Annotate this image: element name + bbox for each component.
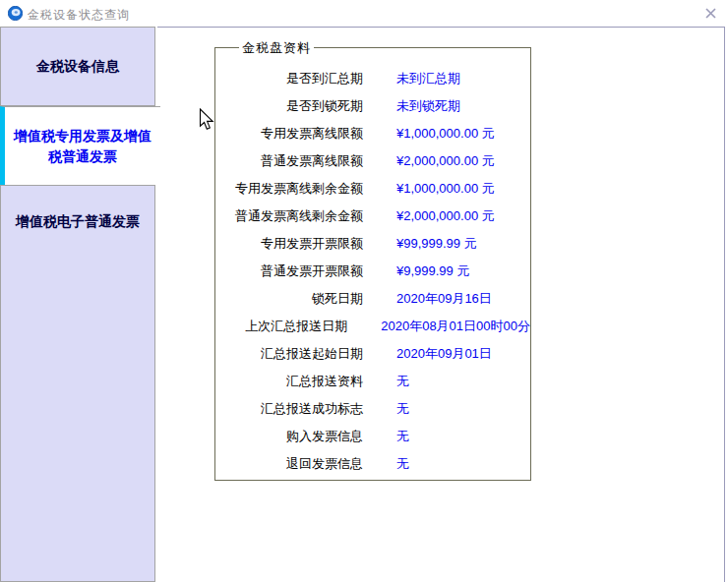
- tax-disk-fieldset: 金税盘资料 是否到汇总期未到汇总期是否到锁死期未到锁死期专用发票离线限额¥1,0…: [214, 47, 531, 481]
- field-label: 汇总报送成功标志: [215, 400, 363, 418]
- info-row: 是否到汇总期未到汇总期: [215, 65, 530, 92]
- field-value: 无: [396, 373, 409, 390]
- field-label: 汇总报送资料: [215, 373, 363, 390]
- info-row: 锁死日期2020年09月16日: [215, 285, 530, 313]
- info-row: 退回发票信息无: [215, 450, 530, 478]
- field-label: 上次汇总报送日期: [215, 318, 347, 335]
- field-label: 专用发票离线限额: [215, 125, 363, 143]
- info-row: 专用发票离线剩余金额¥1,000,000.00 元: [215, 175, 530, 203]
- field-value: 2020年09月01日: [396, 345, 492, 363]
- sidebar-tab-1[interactable]: 增值税专用发票及增值税普通发票: [0, 106, 160, 185]
- field-value: 无: [396, 455, 409, 473]
- field-label: 购入发票信息: [215, 428, 363, 445]
- field-label: 普通发票离线剩余金额: [215, 207, 363, 225]
- golden-tax-status-window: { "window": { "title": "金税设备状态查询" }, "si…: [0, 0, 728, 582]
- info-row: 汇总报送成功标志无: [215, 395, 530, 423]
- info-row: 专用发票离线限额¥1,000,000.00 元: [215, 120, 530, 147]
- field-value: 2020年08月01日00时00分: [381, 318, 530, 335]
- field-value: ¥99,999.99 元: [396, 235, 477, 253]
- field-label: 专用发票开票限额: [215, 235, 363, 253]
- sidebar-tab-0[interactable]: 金税设备信息: [0, 27, 155, 106]
- info-row: 汇总报送资料无: [215, 368, 530, 395]
- field-label: 锁死日期: [215, 290, 363, 308]
- info-row: 上次汇总报送日期2020年08月01日00时00分: [215, 313, 530, 340]
- field-label: 是否到汇总期: [215, 70, 363, 87]
- field-label: 普通发票开票限额: [215, 262, 363, 280]
- field-value: ¥1,000,000.00 元: [396, 125, 495, 143]
- sidebar-tab-2[interactable]: 增值税电子普通发票: [0, 185, 155, 582]
- sidebar-tab-label: 金税设备信息: [8, 56, 148, 77]
- field-value: 未到汇总期: [396, 70, 460, 87]
- field-value: ¥2,000,000.00 元: [396, 152, 495, 170]
- field-label: 是否到锁死期: [215, 97, 363, 115]
- close-button[interactable]: [700, 3, 720, 23]
- fieldset-legend: 金税盘资料: [239, 39, 314, 57]
- field-label: 专用发票离线剩余金额: [215, 180, 363, 198]
- field-label: 汇总报送起始日期: [215, 345, 363, 363]
- info-row: 专用发票开票限额¥99,999.99 元: [215, 230, 530, 258]
- field-label: 退回发票信息: [215, 455, 363, 473]
- info-row: 普通发票离线剩余金额¥2,000,000.00 元: [215, 203, 530, 230]
- sidebar: 金税设备信息增值税专用发票及增值税普通发票增值税电子普通发票: [0, 0, 160, 582]
- field-value: ¥2,000,000.00 元: [396, 207, 495, 225]
- close-icon: [704, 7, 717, 20]
- fieldset-rows: 是否到汇总期未到汇总期是否到锁死期未到锁死期专用发票离线限额¥1,000,000…: [215, 65, 530, 478]
- sidebar-tab-label: 增值税电子普通发票: [8, 211, 148, 232]
- field-value: ¥9,999.99 元: [396, 262, 469, 280]
- field-label: 普通发票离线限额: [215, 152, 363, 170]
- field-value: 无: [396, 400, 409, 418]
- info-row: 是否到锁死期未到锁死期: [215, 92, 530, 120]
- field-value: ¥1,000,000.00 元: [396, 180, 495, 198]
- info-row: 购入发票信息无: [215, 423, 530, 450]
- field-value: 无: [396, 428, 409, 445]
- sidebar-tab-label: 增值税专用发票及增值税普通发票: [11, 126, 154, 167]
- info-row: 普通发票离线限额¥2,000,000.00 元: [215, 147, 530, 175]
- info-row: 普通发票开票限额¥9,999.99 元: [215, 258, 530, 285]
- field-value: 未到锁死期: [396, 97, 460, 115]
- field-value: 2020年09月16日: [396, 290, 492, 308]
- info-row: 汇总报送起始日期2020年09月01日: [215, 340, 530, 368]
